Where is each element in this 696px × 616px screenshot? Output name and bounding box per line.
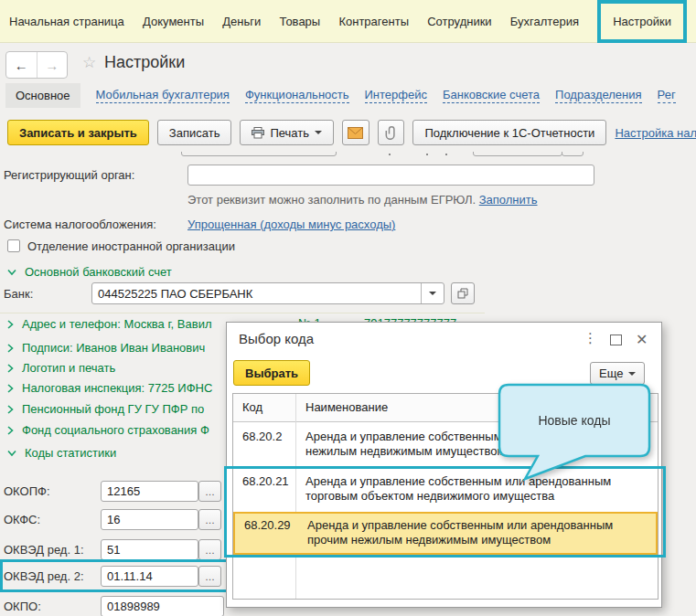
more-dropdown-caret-icon: [628, 372, 636, 376]
back-button[interactable]: ←: [6, 52, 37, 78]
tab-overflow[interactable]: Рег: [658, 88, 676, 103]
connect-1c-reporting-button[interactable]: Подключение к 1С-Отчетности: [412, 120, 606, 145]
forward-arrow-icon: →: [45, 58, 59, 73]
section-address-phone[interactable]: Адрес и телефон: Москва г, Вавил: [7, 317, 211, 331]
column-header-code[interactable]: Код: [242, 400, 262, 414]
okved1-more-button[interactable]: …: [198, 539, 221, 560]
print-dropdown-caret-icon: [315, 131, 322, 134]
dropdown-caret-icon: [429, 292, 436, 295]
menu-item-employees[interactable]: Сотрудники: [427, 15, 491, 28]
okved2-input[interactable]: 01.11.14: [101, 566, 198, 587]
save-and-close-button[interactable]: Записать и закрыть: [7, 120, 149, 145]
tab-main[interactable]: Основное: [5, 83, 80, 108]
okopf-label: ОКОПФ:: [4, 484, 50, 498]
tab-functionality[interactable]: Функциональность: [245, 88, 349, 103]
back-arrow-icon: ←: [15, 58, 28, 73]
row-name: Аренда и управление собственным или арен…: [307, 518, 646, 547]
divider: [0, 313, 485, 313]
menu-item-money[interactable]: Деньги: [222, 15, 261, 28]
paperclip-icon: [385, 126, 398, 140]
menu-item-counterparties[interactable]: Контрагенты: [338, 15, 409, 28]
menu-item-settings-highlighted[interactable]: Настройки: [597, 0, 687, 43]
tab-mobile-accounting[interactable]: Мобильная бухгалтерия: [96, 88, 230, 103]
print-button[interactable]: Печать: [240, 120, 334, 145]
row-code: 68.20.29: [244, 518, 291, 532]
section-logo-stamp-label: Логотип и печать: [22, 361, 115, 375]
menu-item-goods[interactable]: Товары: [279, 15, 320, 28]
okved1-input[interactable]: 51: [101, 539, 198, 560]
menu-item-home[interactable]: Начальная страница: [9, 15, 124, 28]
row-code: 68.20.2: [242, 430, 282, 443]
foreign-org-checkbox-label: Отделение иностранной организации: [27, 239, 235, 253]
main-menu-bar: Начальная страница Документы Деньги Това…: [0, 0, 696, 43]
reg-organ-input[interactable]: [187, 165, 594, 186]
chevron-right-icon: [7, 320, 14, 329]
new-codes-callout: Новые коды: [494, 381, 657, 484]
dialog-more-menu-button[interactable]: ⋮: [584, 332, 597, 345]
chevron-right-icon: [7, 426, 14, 435]
okpo-label: ОКПО:: [4, 600, 41, 613]
favorite-star-icon[interactable]: ☆: [82, 53, 96, 72]
chevron-down-icon: [7, 269, 16, 276]
okved1-label: ОКВЭД ред. 1:: [4, 543, 84, 557]
section-tax-inspection[interactable]: Налоговая инспекция: 7725 ИФНС: [7, 381, 212, 395]
tab-interface[interactable]: Интерфейс: [365, 88, 427, 103]
save-button[interactable]: Записать: [157, 120, 232, 145]
dialog-close-button[interactable]: ✕: [636, 331, 648, 348]
bank-section-title: Основной банковский счет: [25, 265, 172, 279]
okpo-input[interactable]: 01898989: [101, 596, 224, 616]
envelope-icon: [348, 127, 363, 139]
partial-dot: [445, 154, 447, 155]
close-icon: ✕: [636, 332, 648, 347]
okopf-more-button[interactable]: …: [198, 481, 221, 502]
dialog-maximize-button[interactable]: [610, 335, 622, 348]
email-button[interactable]: [342, 120, 369, 145]
tab-departments[interactable]: Подразделения: [555, 88, 642, 103]
forward-button[interactable]: →: [37, 52, 68, 78]
partial-field-right[interactable]: [473, 152, 562, 156]
bank-value: 044525225 ПАО СБЕРБАНК: [98, 287, 252, 301]
bank-open-button[interactable]: [451, 282, 475, 304]
tax-system-link[interactable]: Упрощенная (доходы минус расходы): [187, 218, 395, 231]
open-window-icon: [457, 288, 468, 299]
okopf-input[interactable]: 12165: [101, 481, 198, 502]
egrul-hint-text: Этот реквизит можно заполнить по данным …: [187, 193, 476, 207]
attachments-button[interactable]: [378, 120, 405, 145]
partial-field-button[interactable]: [562, 152, 584, 156]
tax-settings-link[interactable]: Настройка нал: [615, 126, 696, 140]
menu-item-documents[interactable]: Документы: [143, 15, 204, 28]
section-social-insurance[interactable]: Фонд социального страхования Ф: [7, 423, 209, 437]
partial-dot: [389, 154, 391, 155]
menu-item-accounting[interactable]: Бухгалтерия: [510, 15, 579, 28]
okfs-more-button[interactable]: …: [198, 509, 221, 530]
section-address-phone-label: Адрес и телефон: Москва г, Вавил: [22, 317, 211, 331]
section-signatures[interactable]: Подписи: Иванов Иван Иванович: [7, 341, 205, 355]
chevron-right-icon: [7, 405, 14, 414]
chevron-right-icon: [7, 384, 14, 393]
callout-bubble-shape: [499, 385, 649, 479]
chevron-down-icon: [7, 450, 16, 457]
page-title: Настройки: [104, 53, 185, 72]
select-button[interactable]: Выбрать: [233, 360, 310, 386]
kebab-menu-icon: ⋮: [584, 330, 597, 345]
okfs-input[interactable]: 16: [101, 509, 198, 530]
okved2-more-button[interactable]: …: [198, 566, 221, 587]
fill-link[interactable]: Заполнить: [479, 193, 538, 207]
table-row-68-20-29-selected[interactable]: 68.20.29 Аренда и управление собственным…: [233, 512, 658, 555]
bank-label: Банк:: [4, 287, 33, 301]
bank-input[interactable]: 044525225 ПАО СБЕРБАНК: [91, 282, 444, 304]
foreign-org-checkbox[interactable]: [7, 239, 20, 252]
partial-field-left[interactable]: [181, 152, 337, 156]
bank-dropdown-button[interactable]: [421, 283, 444, 303]
section-statistics-codes[interactable]: Коды статистики: [7, 446, 116, 460]
more-actions-label: Еще: [599, 366, 623, 380]
section-logo-stamp[interactable]: Логотип и печать: [7, 361, 115, 375]
form-toolbar: Записать и закрыть Записать Печать Подкл…: [0, 113, 696, 152]
app-window: Начальная страница Документы Деньги Това…: [0, 0, 696, 616]
section-main-bank-account[interactable]: Основной банковский счет: [7, 265, 172, 279]
section-pension-fund[interactable]: Пенсионный фонд ГУ ГУ ПФР по: [7, 402, 204, 416]
row-code: 68.20.21: [242, 474, 289, 488]
callout-text: Новые коды: [538, 413, 610, 428]
section-tax-inspection-label: Налоговая инспекция: 7725 ИФНС: [22, 381, 212, 395]
tab-bank-accounts[interactable]: Банковские счета: [443, 88, 540, 103]
